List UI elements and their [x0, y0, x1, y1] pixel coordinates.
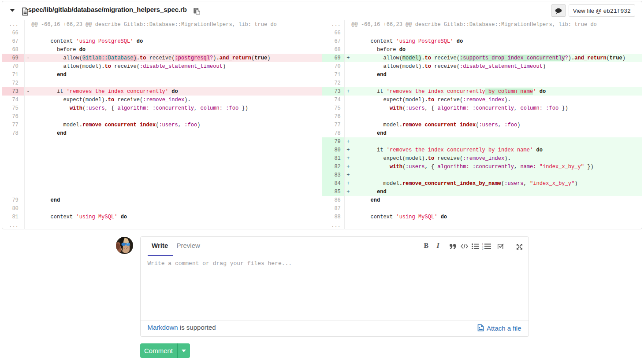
svg-text:3: 3 [482, 247, 484, 250]
